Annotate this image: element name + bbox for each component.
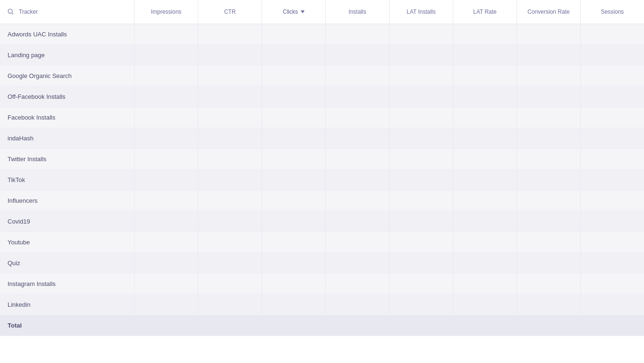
cell-lat_rate [453, 232, 517, 252]
cell-conversion_rate [517, 294, 581, 315]
cell-tracker: Twitter Installs [0, 149, 135, 169]
header-tracker[interactable]: Tracker [0, 0, 135, 24]
cell-installs [326, 107, 390, 128]
cell-clicks [262, 66, 326, 86]
cell-lat_rate [453, 24, 517, 44]
cell-lat_installs [390, 128, 453, 148]
cell-tracker: Off-Facebook Installs [0, 86, 135, 107]
cell-conversion_rate [517, 149, 581, 169]
cell-conversion_rate [517, 86, 581, 107]
header-ctr-label: CTR [224, 9, 236, 15]
table-row[interactable]: Quiz [0, 253, 644, 274]
cell-conversion_rate [517, 24, 581, 44]
cell-clicks [262, 315, 326, 336]
table-row[interactable]: Youtube [0, 232, 644, 253]
header-conversion-rate[interactable]: Conversion Rate [517, 0, 581, 24]
table-row[interactable]: Linkedin [0, 294, 644, 315]
table-row[interactable]: Twitter Installs [0, 149, 644, 170]
cell-sessions [581, 315, 644, 336]
svg-line-1 [12, 13, 13, 14]
cell-conversion_rate [517, 253, 581, 273]
cell-sessions [581, 66, 644, 86]
cell-impressions [135, 107, 198, 128]
cell-lat_rate [453, 107, 517, 128]
table-row[interactable]: Influencers [0, 190, 644, 211]
cell-tracker: Google Organic Search [0, 66, 135, 86]
table-row[interactable]: Instagram Installs [0, 274, 644, 294]
table-row[interactable]: TikTok [0, 170, 644, 190]
cell-lat_installs [390, 45, 453, 65]
header-tracker-label: Tracker [19, 9, 38, 15]
cell-clicks [262, 253, 326, 273]
cell-impressions [135, 66, 198, 86]
cell-tracker: Landing page [0, 45, 135, 65]
cell-installs [326, 190, 390, 211]
table-row[interactable]: Landing page [0, 45, 644, 66]
header-conversion-rate-label: Conversion Rate [527, 9, 569, 15]
cell-installs [326, 66, 390, 86]
cell-installs [326, 149, 390, 169]
cell-impressions [135, 211, 198, 232]
table-row[interactable]: Covid19 [0, 211, 644, 232]
table-row[interactable]: indaHash [0, 128, 644, 149]
cell-clicks [262, 24, 326, 44]
header-installs-label: Installs [348, 9, 366, 15]
cell-impressions [135, 315, 198, 336]
cell-tracker: Instagram Installs [0, 274, 135, 294]
cell-lat_rate [453, 294, 517, 315]
cell-installs [326, 232, 390, 252]
cell-ctr [198, 86, 262, 107]
cell-tracker: Covid19 [0, 211, 135, 232]
cell-tracker: Facebook Installs [0, 107, 135, 128]
cell-sessions [581, 294, 644, 315]
cell-lat_rate [453, 66, 517, 86]
table-row[interactable]: Off-Facebook Installs [0, 86, 644, 107]
cell-clicks [262, 170, 326, 190]
cell-sessions [581, 45, 644, 65]
cell-ctr [198, 253, 262, 273]
cell-ctr [198, 128, 262, 148]
table-row[interactable]: Adwords UAC Installs [0, 24, 644, 45]
cell-lat_rate [453, 211, 517, 232]
cell-conversion_rate [517, 211, 581, 232]
cell-lat_installs [390, 274, 453, 294]
cell-clicks [262, 294, 326, 315]
cell-impressions [135, 232, 198, 252]
table-header: Tracker Impressions CTR Clicks Installs … [0, 0, 644, 24]
cell-ctr [198, 315, 262, 336]
cell-clicks [262, 45, 326, 65]
cell-lat_installs [390, 294, 453, 315]
header-impressions[interactable]: Impressions [135, 0, 198, 24]
table-row[interactable]: Google Organic Search [0, 66, 644, 86]
cell-impressions [135, 253, 198, 273]
cell-conversion_rate [517, 232, 581, 252]
cell-impressions [135, 24, 198, 44]
cell-installs [326, 128, 390, 148]
cell-lat_installs [390, 170, 453, 190]
header-clicks[interactable]: Clicks [262, 0, 326, 24]
cell-conversion_rate [517, 45, 581, 65]
table-row[interactable]: Total [0, 315, 644, 336]
cell-ctr [198, 45, 262, 65]
header-sessions[interactable]: Sessions [581, 0, 644, 24]
header-ctr[interactable]: CTR [198, 0, 262, 24]
cell-tracker: Linkedin [0, 294, 135, 315]
table-row[interactable]: Facebook Installs [0, 107, 644, 128]
cell-ctr [198, 24, 262, 44]
cell-sessions [581, 253, 644, 273]
cell-lat_installs [390, 315, 453, 336]
cell-conversion_rate [517, 170, 581, 190]
cell-ctr [198, 107, 262, 128]
header-lat-rate[interactable]: LAT Rate [453, 0, 517, 24]
header-lat-installs[interactable]: LAT Installs [390, 0, 453, 24]
header-lat-installs-label: LAT Installs [407, 9, 436, 15]
cell-installs [326, 211, 390, 232]
cell-lat_rate [453, 86, 517, 107]
cell-installs [326, 170, 390, 190]
cell-lat_rate [453, 253, 517, 273]
cell-lat_rate [453, 45, 517, 65]
cell-sessions [581, 149, 644, 169]
cell-sessions [581, 107, 644, 128]
cell-tracker: Adwords UAC Installs [0, 24, 135, 44]
header-installs[interactable]: Installs [326, 0, 390, 24]
